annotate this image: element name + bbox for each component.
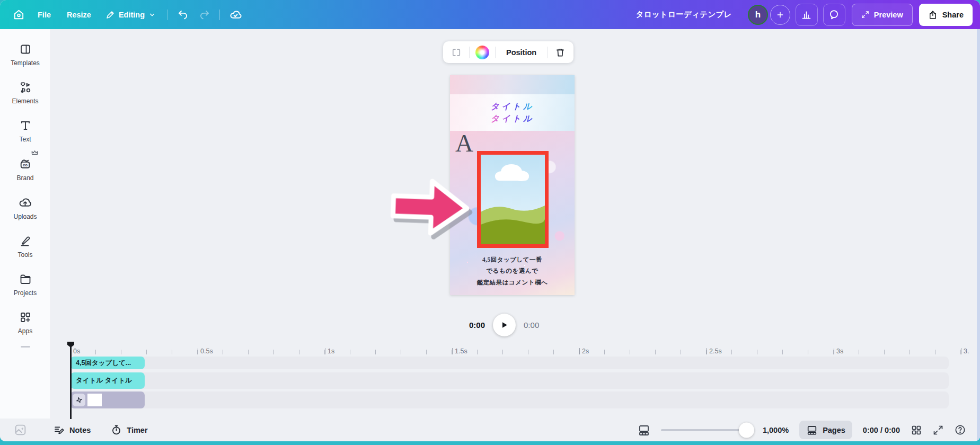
plus-icon bbox=[776, 11, 784, 19]
grid-view-icon[interactable] bbox=[911, 424, 922, 436]
sidebar-item-elements[interactable]: Elements bbox=[3, 81, 48, 105]
canvas-title-band: タイトル タイトル bbox=[450, 94, 575, 131]
sidebar-item-text[interactable]: Text bbox=[3, 119, 48, 143]
app-window: File Resize Editing bbox=[0, 0, 980, 441]
insights-button[interactable] bbox=[796, 4, 818, 26]
brand-icon: co bbox=[19, 157, 32, 171]
ruler-label: 1s bbox=[325, 348, 334, 355]
comments-button[interactable] bbox=[823, 4, 845, 26]
timeline-track[interactable]: 4,5回タップして... bbox=[70, 357, 949, 369]
menu-editing[interactable]: Editing bbox=[99, 4, 162, 25]
text-icon bbox=[19, 119, 32, 132]
help-icon[interactable] bbox=[954, 424, 966, 436]
add-member-button[interactable] bbox=[770, 5, 790, 25]
ruler-label: 3s bbox=[834, 348, 843, 355]
zoom-level: 1,000% bbox=[763, 426, 789, 434]
timeline-ruler[interactable]: 0s 0.5s 1s 1.5s 2s 2.5s 3s 3. bbox=[70, 348, 972, 356]
timeline-track[interactable]: タイトル タイトル bbox=[70, 372, 949, 389]
arrow-sticker[interactable] bbox=[389, 168, 472, 245]
caption-line: 鑑定結果はコメント欄へ bbox=[450, 277, 575, 288]
sidebar-item-brand[interactable]: co Brand bbox=[3, 157, 48, 182]
crown-icon bbox=[31, 150, 38, 156]
canvas-letter[interactable]: A bbox=[455, 131, 473, 156]
share-icon bbox=[928, 10, 938, 20]
fullscreen-icon[interactable] bbox=[933, 425, 943, 435]
zoom-slider[interactable] bbox=[661, 429, 752, 431]
element-badge bbox=[73, 394, 85, 406]
position-button[interactable]: Position bbox=[499, 43, 543, 61]
sidebar-item-templates[interactable]: Templates bbox=[3, 43, 48, 67]
preview-label: Preview bbox=[874, 11, 903, 19]
menu-file[interactable]: File bbox=[30, 4, 59, 25]
chevron-down-icon bbox=[148, 11, 156, 19]
play-button[interactable] bbox=[493, 314, 516, 336]
home-button[interactable] bbox=[7, 4, 30, 25]
delete-button[interactable] bbox=[551, 43, 569, 61]
sidebar-item-projects[interactable]: Projects bbox=[3, 273, 48, 297]
canvas-title-line2[interactable]: タイトル bbox=[491, 113, 534, 124]
framed-photo[interactable] bbox=[477, 151, 549, 248]
sidebar-item-label: Brand bbox=[16, 174, 33, 182]
apps-grid-icon bbox=[19, 311, 32, 324]
divider bbox=[219, 10, 220, 20]
color-button[interactable] bbox=[473, 43, 491, 61]
color-wheel-icon bbox=[475, 46, 489, 59]
undo-icon bbox=[178, 9, 189, 20]
zoom-slider-thumb[interactable] bbox=[739, 422, 754, 438]
templates-icon bbox=[19, 43, 32, 56]
redo-button[interactable] bbox=[193, 4, 215, 25]
ruler-label: 0.5s bbox=[198, 348, 213, 355]
canvas-caption[interactable]: 4,5回タップして一番 でるものを選んで 鑑定結果はコメント欄へ bbox=[450, 254, 575, 288]
notes-button[interactable]: Notes bbox=[54, 424, 91, 435]
preview-button[interactable]: Preview bbox=[852, 4, 913, 26]
ruler-label: 2s bbox=[579, 348, 589, 355]
sidebar-item-label: Elements bbox=[12, 97, 38, 105]
ruler-label: 1.5s bbox=[452, 348, 467, 355]
menu-resize[interactable]: Resize bbox=[59, 4, 99, 25]
share-button[interactable]: Share bbox=[919, 4, 973, 26]
bar-chart-icon bbox=[801, 9, 812, 20]
upload-cloud-icon bbox=[19, 196, 32, 209]
flip-button[interactable] bbox=[447, 43, 465, 61]
undo-button[interactable] bbox=[172, 4, 193, 25]
canvas-title-line1[interactable]: タイトル bbox=[491, 101, 534, 112]
pages-icon bbox=[806, 424, 818, 436]
timeline: 0s 0.5s 1s 1.5s 2s 2.5s 3s 3. 4,5回タップして.… bbox=[0, 339, 980, 419]
timeline-clip-element[interactable] bbox=[70, 391, 145, 408]
playhead-line[interactable] bbox=[70, 346, 72, 419]
duration-display: 0:00 / 0:00 bbox=[863, 426, 900, 434]
pen-tool-icon bbox=[19, 235, 32, 247]
design-title[interactable]: タロットローディテンプレ bbox=[636, 10, 732, 20]
arrow-shape bbox=[392, 180, 467, 235]
timeline-clip-title[interactable]: タイトル タイトル bbox=[70, 372, 145, 389]
notes-label: Notes bbox=[69, 426, 91, 434]
notes-icon bbox=[54, 424, 65, 435]
clip-label: 4,5回タップして... bbox=[70, 359, 136, 368]
sidebar-item-uploads[interactable]: Uploads bbox=[3, 196, 48, 220]
caption-line: 4,5回タップして一番 bbox=[450, 254, 575, 265]
elements-icon bbox=[19, 81, 32, 94]
cloud-saved-button[interactable] bbox=[225, 4, 246, 25]
canvas-top-band bbox=[450, 75, 575, 94]
timeline-track[interactable] bbox=[70, 391, 949, 408]
scroll-strip[interactable] bbox=[977, 29, 980, 441]
timer-label: Timer bbox=[127, 426, 147, 434]
sidebar-item-tools[interactable]: Tools bbox=[3, 235, 48, 259]
divider bbox=[547, 47, 548, 58]
share-label: Share bbox=[942, 11, 964, 19]
timeline-view-icon[interactable] bbox=[638, 424, 650, 437]
magic-media-icon[interactable] bbox=[14, 423, 27, 437]
ruler-label: 2.5s bbox=[707, 348, 722, 355]
avatar[interactable]: h bbox=[748, 5, 768, 25]
folder-icon bbox=[19, 273, 32, 286]
top-bar: File Resize Editing bbox=[0, 0, 980, 29]
pages-button[interactable]: Pages bbox=[799, 421, 852, 439]
divider bbox=[167, 10, 167, 20]
timeline-clip-caption[interactable]: 4,5回タップして... bbox=[70, 357, 145, 369]
sidebar-item-apps[interactable]: Apps bbox=[3, 311, 48, 335]
context-toolbar: Position bbox=[443, 41, 573, 63]
comment-icon bbox=[828, 9, 840, 20]
timer-button[interactable]: Timer bbox=[111, 424, 147, 435]
play-icon bbox=[500, 321, 509, 330]
home-icon bbox=[13, 8, 25, 21]
